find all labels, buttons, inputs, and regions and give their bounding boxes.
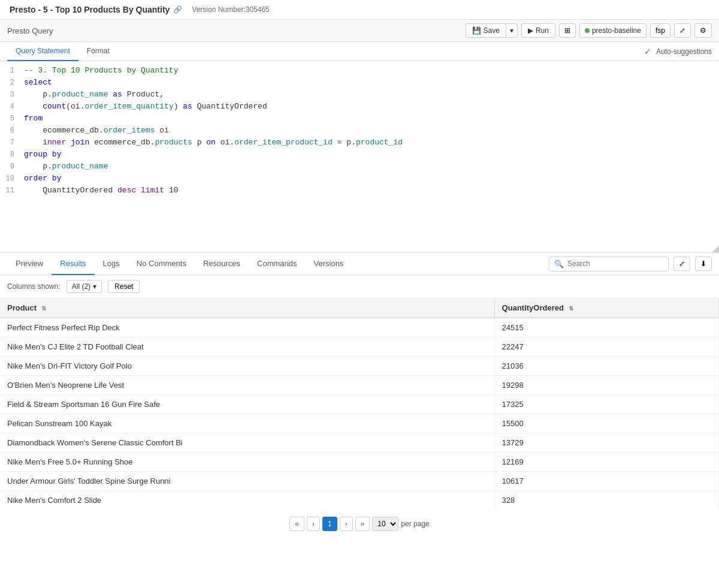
connection-name: presto-baseline (592, 26, 641, 35)
title-bar: Presto - 5 - Top 10 Products By Quantity… (0, 0, 719, 20)
current-page-button[interactable]: 1 (322, 517, 337, 531)
cell-product: Nike Men's Dri-FIT Victory Golf Polo (0, 357, 494, 376)
search-input[interactable] (567, 260, 663, 268)
run-button[interactable]: ▶ Run (521, 23, 555, 38)
expand-button[interactable]: ⤢ (674, 23, 691, 38)
cell-product: Pelican Sunstream 100 Kayak (0, 414, 494, 433)
next-page-button[interactable]: › (340, 517, 353, 531)
code-line-8: 8 group by (0, 150, 719, 162)
col-header-quantity[interactable]: QuantityOrdered ⇅ (494, 298, 718, 318)
columns-shown-label: Columns shown: (7, 282, 61, 291)
tab-no-comments[interactable]: No Comments (128, 253, 195, 275)
download-button[interactable]: ⬇ (695, 257, 712, 271)
columns-value: All (2) (72, 282, 90, 291)
tab-versions[interactable]: Versions (306, 253, 352, 275)
cell-quantity: 21036 (494, 357, 718, 376)
table-body: Perfect Fitness Perfect Rip Deck24515Nik… (0, 318, 719, 509)
per-page-label: per page (401, 520, 429, 528)
cell-product: Nike Men's Comfort 2 Slide (0, 491, 494, 510)
data-table: Product ⇅ QuantityOrdered ⇅ Perfect Fitn… (0, 298, 719, 509)
results-panel: Preview Results Logs No Comments Resourc… (0, 253, 719, 538)
data-table-container: Product ⇅ QuantityOrdered ⇅ Perfect Fitn… (0, 298, 719, 509)
pagination: « ‹ 1 › » 10 25 50 per page (0, 509, 719, 538)
cell-quantity: 12169 (494, 453, 718, 472)
connection-indicator[interactable]: presto-baseline (579, 23, 647, 38)
per-page-select[interactable]: 10 25 50 (372, 517, 398, 531)
code-line-9: 9 p.product_name (0, 162, 719, 174)
run-icon: ▶ (528, 26, 533, 35)
toolbar: Presto Query 💾 Save ▾ ▶ Run ⊞ presto-bas… (0, 20, 719, 42)
table-row: Under Armour Girls' Toddler Spine Surge … (0, 472, 719, 491)
toolbar-right: 💾 Save ▾ ▶ Run ⊞ presto-baseline fsp ⤢ ⚙ (466, 23, 712, 38)
search-icon: 🔍 (554, 260, 564, 269)
last-page-button[interactable]: » (355, 517, 370, 531)
code-line-2: 2 select (0, 78, 719, 90)
code-editor[interactable]: 1 -- 3. Top 10 Products by Quantity 2 se… (0, 61, 719, 253)
link-icon[interactable]: 🔗 (173, 5, 182, 14)
tab-format[interactable]: Format (78, 42, 118, 61)
cell-product: Nike Men's CJ Elite 2 TD Football Cleat (0, 337, 494, 357)
cell-product: Nike Men's Free 5.0+ Running Shoe (0, 453, 494, 472)
version-info: Version Number:305465 (192, 5, 269, 14)
code-line-1: 1 -- 3. Top 10 Products by Quantity (0, 66, 719, 78)
code-line-6: 6 ecommerce_db.order_items oi (0, 126, 719, 138)
checkmark-icon: ✓ (644, 47, 651, 56)
auto-suggestions-label: Auto-suggestions (656, 47, 712, 56)
cell-quantity: 22247 (494, 337, 718, 357)
columns-bar: Columns shown: All (2) ▾ Reset (0, 275, 719, 298)
sort-icon-quantity: ⇅ (569, 305, 573, 312)
save-button[interactable]: 💾 Save (466, 23, 506, 38)
table-row: O'Brien Men's Neoprene Life Vest19298 (0, 376, 719, 395)
cell-quantity: 15500 (494, 414, 718, 433)
cell-product: Diamondback Women's Serene Classic Comfo… (0, 433, 494, 453)
cell-quantity: 328 (494, 491, 718, 510)
cell-product: O'Brien Men's Neoprene Life Vest (0, 376, 494, 395)
columns-select[interactable]: All (2) ▾ (67, 280, 102, 293)
code-line-7: 7 inner join ecommerce_db.products p on … (0, 138, 719, 150)
fullscreen-button[interactable]: ⤢ (673, 257, 690, 271)
page-title: Presto - 5 - Top 10 Products By Quantity… (10, 5, 182, 14)
table-row: Pelican Sunstream 100 Kayak15500 (0, 414, 719, 433)
search-box[interactable]: 🔍 (549, 257, 669, 272)
tab-query-statement[interactable]: Query Statement (7, 42, 78, 61)
save-button-group: 💾 Save ▾ (466, 23, 518, 38)
fsp-button[interactable]: fsp (650, 23, 670, 38)
first-page-button[interactable]: « (289, 517, 304, 531)
save-icon: 💾 (472, 26, 481, 35)
connection-status-dot (585, 28, 590, 33)
query-type-label: Presto Query (7, 26, 461, 35)
results-tab-right: 🔍 ⤢ ⬇ (549, 257, 712, 272)
tab-preview[interactable]: Preview (7, 253, 52, 275)
table-header-row: Product ⇅ QuantityOrdered ⇅ (0, 298, 719, 318)
table-row: Nike Men's Dri-FIT Victory Golf Polo2103… (0, 357, 719, 376)
tab-logs[interactable]: Logs (95, 253, 128, 275)
cell-quantity: 10617 (494, 472, 718, 491)
reset-button[interactable]: Reset (108, 280, 140, 293)
resize-handle[interactable] (712, 245, 719, 252)
table-row: Nike Men's CJ Elite 2 TD Football Cleat2… (0, 337, 719, 357)
save-dropdown-button[interactable]: ▾ (506, 23, 518, 38)
cell-product: Perfect Fitness Perfect Rip Deck (0, 318, 494, 337)
code-line-11: 11 QuantityOrdered desc limit 10 (0, 186, 719, 198)
query-editor-tabs: Query Statement Format ✓ Auto-suggestion… (0, 42, 719, 61)
tab-resources[interactable]: Resources (195, 253, 249, 275)
query-tab-right: ✓ Auto-suggestions (644, 47, 712, 56)
cell-quantity: 17325 (494, 395, 718, 414)
tab-commands[interactable]: Commands (249, 253, 305, 275)
sort-icon-product: ⇅ (41, 305, 46, 312)
cell-product: Under Armour Girls' Toddler Spine Surge … (0, 472, 494, 491)
prev-page-button[interactable]: ‹ (307, 517, 320, 531)
chevron-down-icon: ▾ (93, 282, 96, 291)
code-line-3: 3 p.product_name as Product, (0, 90, 719, 102)
settings-button[interactable]: ⚙ (694, 23, 712, 38)
code-line-5: 5 from (0, 114, 719, 126)
col-header-product[interactable]: Product ⇅ (0, 298, 494, 318)
table-row: Nike Men's Free 5.0+ Running Shoe12169 (0, 453, 719, 472)
table-row: Perfect Fitness Perfect Rip Deck24515 (0, 318, 719, 337)
cell-product: Field & Stream Sportsman 16 Gun Fire Saf… (0, 395, 494, 414)
cell-quantity: 19298 (494, 376, 718, 395)
grid-icon-button[interactable]: ⊞ (559, 23, 576, 38)
code-line-10: 10 order by (0, 174, 719, 186)
tab-results[interactable]: Results (52, 253, 94, 275)
table-row: Field & Stream Sportsman 16 Gun Fire Saf… (0, 395, 719, 414)
